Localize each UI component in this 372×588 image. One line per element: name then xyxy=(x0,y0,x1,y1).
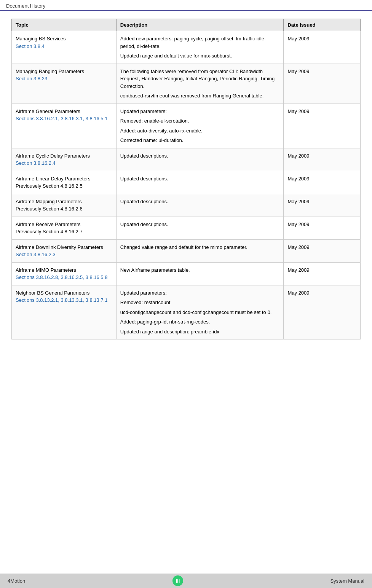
topic-section-link[interactable]: Section 3.8.16.2.3 xyxy=(16,252,56,257)
table-row: Airframe Cyclic Delay ParametersSection … xyxy=(12,148,361,171)
date-issued-cell: May 2009 xyxy=(284,217,361,239)
date-issued-cell: May 2009 xyxy=(284,148,361,171)
description-cell: Updated parameters:Removed: restartcount… xyxy=(116,285,284,339)
table-row: Airframe General ParametersSections 3.8.… xyxy=(12,104,361,148)
topic-section-link[interactable]: Section 3.8.23 xyxy=(16,76,47,81)
topic-section-text: Previousely Section 4.8.16.2.6 xyxy=(16,205,112,213)
description-cell: New Airframe parameters table. xyxy=(116,262,284,285)
topic-section-link[interactable]: Sections 3.8.16.2.1, 3.8.16.3.1, 3.8.16.… xyxy=(16,116,107,121)
col-header-date: Date Issued xyxy=(284,19,361,31)
description-cell: Updated descriptions. xyxy=(116,171,284,194)
description-paragraph: Added new parameters: paging-cycle, pagi… xyxy=(120,35,280,50)
table-row: Managing BS ServicesSection 3.8.4Added n… xyxy=(12,31,361,64)
topic-title: Airframe General Parameters xyxy=(16,108,112,115)
topic-cell: Airframe Mapping ParametersPreviousely S… xyxy=(12,194,117,217)
table-header-row: Topic Description Date Issued xyxy=(12,19,361,31)
description-cell: Updated parameters:Removed: enable-ul-sc… xyxy=(116,104,284,148)
topic-cell: Managing Ranging ParametersSection 3.8.2… xyxy=(12,64,117,104)
description-paragraph: Updated range and default value for max-… xyxy=(120,52,280,60)
description-paragraph: Updated parameters: xyxy=(120,108,280,115)
topic-section-text: Previousely Section 4.8.16.2.5 xyxy=(16,182,112,190)
topic-cell: Airframe MIMO ParametersSections 3.8.16.… xyxy=(12,262,117,285)
topic-cell: Airframe Linear Delay ParametersPrevious… xyxy=(12,171,117,194)
description-paragraph: Corrected name: ul-duration. xyxy=(120,137,280,144)
footer-right-label: System Manual xyxy=(330,578,364,584)
topic-cell: Airframe Cyclic Delay ParametersSection … xyxy=(12,148,117,171)
topic-title: Airframe Mapping Parameters xyxy=(16,198,112,206)
description-paragraph: Added: auto-diversity, auto-rx-enable. xyxy=(120,127,280,135)
table-row: Airframe Mapping ParametersPreviousely S… xyxy=(12,194,361,217)
topic-title: Airframe Receive Parameters xyxy=(16,221,112,228)
description-cell: Updated descriptions. xyxy=(116,217,284,239)
topic-title: Airframe Downlink Diversity Parameters xyxy=(16,244,112,251)
date-issued-cell: May 2009 xyxy=(284,104,361,148)
topic-section-link[interactable]: Section 3.8.4 xyxy=(16,43,45,49)
topic-title: Airframe Linear Delay Parameters xyxy=(16,175,112,183)
topic-section-link[interactable]: Section 3.8.16.2.4 xyxy=(16,160,56,166)
description-paragraph: Updated range and description: preamble-… xyxy=(120,328,280,336)
description-cell: Changed value range and default for the … xyxy=(116,239,284,262)
description-paragraph: Removed: enable-ul-scrotation. xyxy=(120,117,280,125)
topic-cell: Managing BS ServicesSection 3.8.4 xyxy=(12,31,117,64)
topic-section-link[interactable]: Sections 3.8.16.2.8, 3.8.16.3.5, 3.8.16.… xyxy=(16,274,107,280)
topic-cell: Airframe Receive ParametersPreviousely S… xyxy=(12,217,117,239)
description-cell: The following tables were removed from o… xyxy=(116,64,284,104)
date-issued-cell: May 2009 xyxy=(284,262,361,285)
description-cell: Added new parameters: paging-cycle, pagi… xyxy=(116,31,284,64)
table-row: Airframe MIMO ParametersSections 3.8.16.… xyxy=(12,262,361,285)
description-paragraph: Updated descriptions. xyxy=(120,198,280,206)
date-issued-cell: May 2009 xyxy=(284,64,361,104)
topic-cell: Neighbor BS General ParametersSections 3… xyxy=(12,285,117,339)
description-paragraph: ucd-configchangecount and dcd-configchan… xyxy=(120,309,280,316)
table-row: Managing Ranging ParametersSection 3.8.2… xyxy=(12,64,361,104)
description-paragraph: Updated descriptions. xyxy=(120,175,280,183)
table-row: Airframe Downlink Diversity ParametersSe… xyxy=(12,239,361,262)
description-paragraph: New Airframe parameters table. xyxy=(120,266,280,274)
col-header-description: Description xyxy=(116,19,284,31)
description-paragraph: Updated descriptions. xyxy=(120,152,280,160)
date-issued-cell: May 2009 xyxy=(284,239,361,262)
description-paragraph: Updated descriptions. xyxy=(120,221,280,228)
description-paragraph: Changed value range and default for the … xyxy=(120,244,280,251)
document-title: Document History xyxy=(6,3,45,9)
topic-section-link[interactable]: Sections 3.8.13.2.1, 3.8.13.3.1, 3.8.13.… xyxy=(16,297,107,303)
col-header-topic: Topic xyxy=(12,19,117,31)
main-content: Topic Description Date Issued Managing B… xyxy=(0,11,372,370)
topic-title: Airframe MIMO Parameters xyxy=(16,266,112,274)
document-history-table: Topic Description Date Issued Managing B… xyxy=(11,19,361,339)
topic-title: Neighbor BS General Parameters xyxy=(16,289,112,297)
topic-section-text: Previousely Section 4.8.16.2.7 xyxy=(16,228,112,236)
description-cell: Updated descriptions. xyxy=(116,194,284,217)
description-paragraph: Updated parameters: xyxy=(120,289,280,297)
topic-cell: Airframe General ParametersSections 3.8.… xyxy=(12,104,117,148)
footer-left-label: 4Motion xyxy=(8,578,25,584)
description-paragraph: Added: paging-grp-id, nbr-strt-rng-codes… xyxy=(120,318,280,326)
topic-title: Managing Ranging Parameters xyxy=(16,68,112,75)
topic-title: Airframe Cyclic Delay Parameters xyxy=(16,152,112,160)
description-paragraph: The following tables were removed from o… xyxy=(120,68,280,90)
description-paragraph: contbased-rsrvtimeout was removed from R… xyxy=(120,92,280,100)
description-cell: Updated descriptions. xyxy=(116,148,284,171)
table-row: Airframe Linear Delay ParametersPrevious… xyxy=(12,171,361,194)
date-issued-cell: May 2009 xyxy=(284,194,361,217)
description-paragraph: Removed: restartcount xyxy=(120,299,280,306)
table-row: Neighbor BS General ParametersSections 3… xyxy=(12,285,361,339)
topic-title: Managing BS Services xyxy=(16,35,112,43)
topic-cell: Airframe Downlink Diversity ParametersSe… xyxy=(12,239,117,262)
date-issued-cell: May 2009 xyxy=(284,31,361,64)
date-issued-cell: May 2009 xyxy=(284,171,361,194)
document-header: Document History xyxy=(0,0,372,11)
footer-page-number: iii xyxy=(172,575,183,586)
date-issued-cell: May 2009 xyxy=(284,285,361,339)
table-row: Airframe Receive ParametersPreviousely S… xyxy=(12,217,361,239)
page-footer: 4Motion iii System Manual xyxy=(0,574,372,588)
